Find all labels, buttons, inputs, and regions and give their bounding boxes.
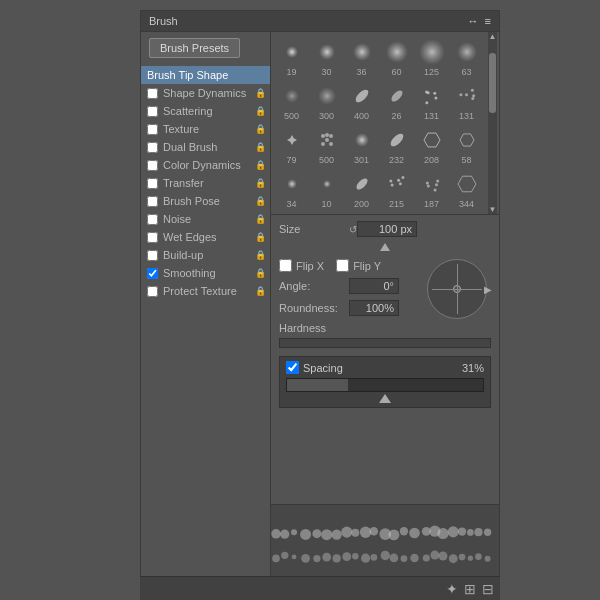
lock-icon: 🔒 bbox=[255, 106, 266, 116]
brush-presets-button[interactable]: Brush Presets bbox=[149, 38, 240, 58]
scattering-checkbox[interactable] bbox=[147, 106, 158, 117]
brush-number: 344 bbox=[459, 199, 474, 209]
brush-cell[interactable]: 301 bbox=[345, 124, 378, 166]
brush-number: 215 bbox=[389, 199, 404, 209]
brush-pose-checkbox[interactable] bbox=[147, 196, 158, 207]
scroll-down-arrow[interactable]: ▼ bbox=[488, 205, 497, 214]
sidebar-item-noise[interactable]: Noise 🔒 bbox=[141, 210, 270, 228]
noise-checkbox[interactable] bbox=[147, 214, 158, 225]
brush-number: 301 bbox=[354, 155, 369, 165]
menu-icon[interactable]: ≡ bbox=[485, 15, 491, 27]
brush-cell[interactable]: 34 bbox=[275, 168, 308, 210]
lock-icon: 🔒 bbox=[255, 214, 266, 224]
brush-cell[interactable]: 400 bbox=[345, 80, 378, 122]
sidebar-item-texture[interactable]: Texture 🔒 bbox=[141, 120, 270, 138]
brush-cell[interactable]: 60 bbox=[380, 36, 413, 78]
brush-cell[interactable]: 187 bbox=[415, 168, 448, 210]
spacing-left: Spacing bbox=[286, 361, 343, 374]
sidebar-item-build-up[interactable]: Build-up 🔒 bbox=[141, 246, 270, 264]
brush-cell[interactable]: 500 bbox=[310, 124, 343, 166]
sidebar-item-shape-dynamics[interactable]: Shape Dynamics 🔒 bbox=[141, 84, 270, 102]
lock-icon: 🔒 bbox=[255, 232, 266, 242]
wet-edges-checkbox[interactable] bbox=[147, 232, 158, 243]
sidebar-item-smoothing[interactable]: Smoothing 🔒 bbox=[141, 264, 270, 282]
spacing-checkbox[interactable] bbox=[286, 361, 299, 374]
spacing-value: 31% bbox=[462, 362, 484, 374]
sidebar-item-protect-texture[interactable]: Protect Texture 🔒 bbox=[141, 282, 270, 300]
sidebar-item-dual-brush[interactable]: Dual Brush 🔒 bbox=[141, 138, 270, 156]
color-dynamics-checkbox[interactable] bbox=[147, 160, 158, 171]
brush-number: 131 bbox=[424, 111, 439, 121]
sidebar-item-brush-tip-shape[interactable]: Brush Tip Shape bbox=[141, 66, 270, 84]
size-slider-arrow[interactable] bbox=[380, 243, 390, 251]
texture-checkbox[interactable] bbox=[147, 124, 158, 135]
transfer-checkbox[interactable] bbox=[147, 178, 158, 189]
size-input[interactable] bbox=[357, 221, 417, 237]
lock-icon: 🔒 bbox=[255, 196, 266, 206]
sidebar-item-label: Wet Edges bbox=[163, 231, 217, 243]
angle-input[interactable] bbox=[349, 278, 399, 294]
shape-dynamics-checkbox[interactable] bbox=[147, 88, 158, 99]
brush-cell[interactable]: 131 bbox=[415, 80, 448, 122]
brush-cell[interactable]: 30 bbox=[310, 36, 343, 78]
compass-container: ▶ bbox=[427, 259, 487, 319]
scroll-up-arrow[interactable]: ▲ bbox=[488, 32, 497, 41]
hardness-label: Hardness bbox=[279, 322, 491, 334]
brush-cell[interactable]: 26 bbox=[380, 80, 413, 122]
lock-icon: 🔒 bbox=[255, 160, 266, 170]
spacing-slider-arrow[interactable] bbox=[379, 394, 391, 403]
brush-cell[interactable]: 200 bbox=[345, 168, 378, 210]
scrollbar-thumb[interactable] bbox=[489, 53, 496, 113]
sidebar-item-transfer[interactable]: Transfer 🔒 bbox=[141, 174, 270, 192]
compass-widget[interactable]: ▶ bbox=[427, 259, 487, 319]
brush-cell[interactable]: 125 bbox=[415, 36, 448, 78]
brush-number: 500 bbox=[284, 111, 299, 121]
sidebar-item-wet-edges[interactable]: Wet Edges 🔒 bbox=[141, 228, 270, 246]
hardness-bar[interactable] bbox=[279, 338, 491, 348]
brush-cell[interactable]: 79 bbox=[275, 124, 308, 166]
brush-number: 34 bbox=[286, 199, 296, 209]
brush-cell[interactable]: 10 bbox=[310, 168, 343, 210]
flip-x-checkbox[interactable] bbox=[279, 259, 292, 272]
brush-grid-inner: 1930366012563500300400261311317950030123… bbox=[275, 36, 495, 210]
toolbar-icon-remove[interactable]: ⊟ bbox=[482, 581, 494, 597]
brush-number: 400 bbox=[354, 111, 369, 121]
panel-body: Brush Presets Brush Tip Shape Shape Dyna… bbox=[141, 32, 499, 584]
flip-y-checkbox[interactable] bbox=[336, 259, 349, 272]
build-up-checkbox[interactable] bbox=[147, 250, 158, 261]
title-icons: ↔ ≡ bbox=[468, 15, 491, 27]
smoothing-checkbox[interactable] bbox=[147, 268, 158, 279]
brush-number: 125 bbox=[424, 67, 439, 77]
brush-cell[interactable]: 36 bbox=[345, 36, 378, 78]
brush-number: 187 bbox=[424, 199, 439, 209]
sidebar-item-label: Scattering bbox=[163, 105, 213, 117]
panel-title: Brush bbox=[149, 15, 178, 27]
sidebar-item-scattering[interactable]: Scattering 🔒 bbox=[141, 102, 270, 120]
sidebar-item-label: Protect Texture bbox=[163, 285, 237, 297]
brush-cell[interactable]: 215 bbox=[380, 168, 413, 210]
brush-cell[interactable]: 300 bbox=[310, 80, 343, 122]
size-label: Size bbox=[279, 223, 349, 235]
brush-cell[interactable]: 500 bbox=[275, 80, 308, 122]
brush-cell[interactable]: 131 bbox=[450, 80, 483, 122]
size-reset-button[interactable]: ↺ bbox=[349, 224, 357, 235]
brush-number: 58 bbox=[461, 155, 471, 165]
sidebar-item-color-dynamics[interactable]: Color Dynamics 🔒 bbox=[141, 156, 270, 174]
brush-cell[interactable]: 232 bbox=[380, 124, 413, 166]
toolbar-icon-grid[interactable]: ⊞ bbox=[464, 581, 476, 597]
toolbar-icon-star[interactable]: ✦ bbox=[446, 581, 458, 597]
collapse-icon[interactable]: ↔ bbox=[468, 15, 479, 27]
dual-brush-checkbox[interactable] bbox=[147, 142, 158, 153]
spacing-slider-row bbox=[286, 378, 484, 403]
brush-cell[interactable]: 208 bbox=[415, 124, 448, 166]
brush-cell[interactable]: 344 bbox=[450, 168, 483, 210]
brush-number: 300 bbox=[319, 111, 334, 121]
brush-cell[interactable]: 19 bbox=[275, 36, 308, 78]
roundness-input[interactable] bbox=[349, 300, 399, 316]
spacing-slider-track[interactable] bbox=[286, 378, 484, 392]
brush-cell[interactable]: 58 bbox=[450, 124, 483, 166]
brush-cell[interactable]: 63 bbox=[450, 36, 483, 78]
preview-area bbox=[271, 504, 499, 584]
sidebar-item-brush-pose[interactable]: Brush Pose 🔒 bbox=[141, 192, 270, 210]
protect-texture-checkbox[interactable] bbox=[147, 286, 158, 297]
